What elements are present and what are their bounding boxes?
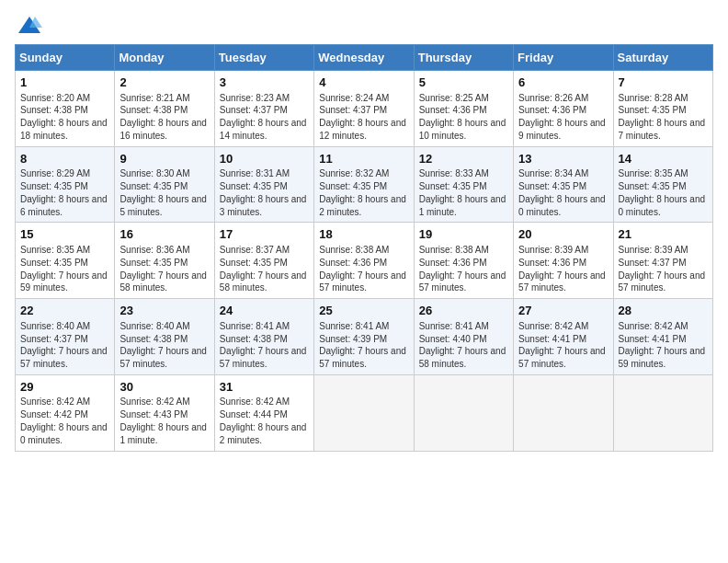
day-number: 26 (419, 303, 508, 319)
day-info: Sunrise: 8:42 AMSunset: 4:43 PMDaylight:… (119, 396, 209, 446)
calendar-cell (414, 374, 513, 451)
day-info: Sunrise: 8:42 AMSunset: 4:44 PMDaylight:… (220, 396, 309, 446)
calendar-cell: 19Sunrise: 8:38 AMSunset: 4:36 PMDayligh… (414, 223, 513, 299)
calendar-cell: 21Sunrise: 8:39 AMSunset: 4:37 PMDayligh… (613, 223, 712, 299)
weekday-header-wednesday: Wednesday (314, 45, 414, 71)
day-number: 1 (20, 75, 109, 91)
calendar-cell: 11Sunrise: 8:32 AMSunset: 4:35 PMDayligh… (314, 146, 414, 223)
calendar-table: SundayMondayTuesdayWednesdayThursdayFrid… (15, 44, 713, 452)
day-number: 24 (220, 303, 309, 319)
day-info: Sunrise: 8:40 AMSunset: 4:37 PMDaylight:… (20, 320, 109, 371)
day-info: Sunrise: 8:39 AMSunset: 4:37 PMDaylight:… (619, 244, 708, 294)
day-info: Sunrise: 8:28 AMSunset: 4:35 PMDaylight:… (619, 92, 708, 143)
day-number: 2 (119, 75, 209, 91)
calendar-cell: 4Sunrise: 8:24 AMSunset: 4:37 PMDaylight… (314, 71, 414, 147)
logo-icon (17, 15, 42, 35)
day-number: 16 (119, 226, 209, 243)
calendar-cell (514, 374, 613, 451)
day-number: 13 (518, 151, 608, 167)
day-info: Sunrise: 8:26 AMSunset: 4:36 PMDaylight:… (518, 92, 608, 143)
logo (15, 15, 42, 35)
day-number: 31 (220, 379, 309, 396)
calendar-cell: 18Sunrise: 8:38 AMSunset: 4:36 PMDayligh… (314, 223, 414, 299)
day-info: Sunrise: 8:31 AMSunset: 4:35 PMDaylight:… (220, 167, 309, 218)
calendar-cell: 2Sunrise: 8:21 AMSunset: 4:38 PMDaylight… (115, 71, 214, 147)
calendar-cell: 14Sunrise: 8:35 AMSunset: 4:35 PMDayligh… (613, 146, 712, 223)
day-info: Sunrise: 8:36 AMSunset: 4:35 PMDaylight:… (119, 244, 209, 294)
day-info: Sunrise: 8:35 AMSunset: 4:35 PMDaylight:… (20, 244, 109, 294)
weekday-header-saturday: Saturday (613, 45, 712, 71)
day-number: 27 (518, 303, 608, 319)
calendar-week-2: 8Sunrise: 8:29 AMSunset: 4:35 PMDaylight… (16, 146, 713, 223)
day-info: Sunrise: 8:30 AMSunset: 4:35 PMDaylight:… (119, 167, 209, 218)
day-number: 14 (619, 151, 708, 167)
day-info: Sunrise: 8:39 AMSunset: 4:36 PMDaylight:… (518, 244, 608, 294)
calendar-cell: 26Sunrise: 8:41 AMSunset: 4:40 PMDayligh… (414, 299, 513, 375)
day-info: Sunrise: 8:35 AMSunset: 4:35 PMDaylight:… (619, 167, 708, 218)
day-number: 5 (419, 75, 508, 91)
calendar-cell: 30Sunrise: 8:42 AMSunset: 4:43 PMDayligh… (115, 374, 214, 451)
day-number: 19 (419, 226, 508, 243)
calendar-cell: 31Sunrise: 8:42 AMSunset: 4:44 PMDayligh… (214, 374, 313, 451)
calendar-week-1: 1Sunrise: 8:20 AMSunset: 4:38 PMDaylight… (16, 71, 713, 147)
day-number: 23 (119, 303, 209, 319)
day-number: 18 (319, 226, 408, 243)
day-number: 8 (20, 151, 109, 167)
calendar-body: 1Sunrise: 8:20 AMSunset: 4:38 PMDaylight… (16, 71, 713, 452)
day-number: 25 (319, 303, 408, 319)
calendar-cell: 27Sunrise: 8:42 AMSunset: 4:41 PMDayligh… (514, 299, 613, 375)
day-info: Sunrise: 8:41 AMSunset: 4:38 PMDaylight:… (220, 320, 309, 371)
header (15, 15, 713, 35)
day-info: Sunrise: 8:41 AMSunset: 4:40 PMDaylight:… (419, 320, 508, 371)
calendar-cell: 12Sunrise: 8:33 AMSunset: 4:35 PMDayligh… (414, 146, 513, 223)
calendar-cell: 28Sunrise: 8:42 AMSunset: 4:41 PMDayligh… (613, 299, 712, 375)
day-info: Sunrise: 8:33 AMSunset: 4:35 PMDaylight:… (419, 167, 508, 218)
day-info: Sunrise: 8:42 AMSunset: 4:42 PMDaylight:… (20, 396, 109, 446)
day-info: Sunrise: 8:38 AMSunset: 4:36 PMDaylight:… (419, 244, 508, 294)
day-info: Sunrise: 8:41 AMSunset: 4:39 PMDaylight:… (319, 320, 408, 371)
day-number: 17 (220, 226, 309, 243)
calendar-cell: 13Sunrise: 8:34 AMSunset: 4:35 PMDayligh… (514, 146, 613, 223)
day-info: Sunrise: 8:24 AMSunset: 4:37 PMDaylight:… (319, 92, 408, 143)
day-number: 29 (20, 379, 109, 396)
day-number: 15 (20, 226, 109, 243)
day-number: 28 (619, 303, 708, 319)
weekday-header-friday: Friday (514, 45, 613, 71)
calendar-cell: 9Sunrise: 8:30 AMSunset: 4:35 PMDaylight… (115, 146, 214, 223)
calendar-week-5: 29Sunrise: 8:42 AMSunset: 4:42 PMDayligh… (16, 374, 713, 451)
day-number: 20 (518, 226, 608, 243)
day-info: Sunrise: 8:21 AMSunset: 4:38 PMDaylight:… (119, 92, 209, 143)
calendar-cell: 7Sunrise: 8:28 AMSunset: 4:35 PMDaylight… (613, 71, 712, 147)
day-number: 6 (518, 75, 608, 91)
weekday-header-sunday: Sunday (16, 45, 115, 71)
day-number: 12 (419, 151, 508, 167)
weekday-header-row: SundayMondayTuesdayWednesdayThursdayFrid… (16, 45, 713, 71)
calendar-cell: 15Sunrise: 8:35 AMSunset: 4:35 PMDayligh… (16, 223, 115, 299)
day-info: Sunrise: 8:23 AMSunset: 4:37 PMDaylight:… (220, 92, 309, 143)
day-number: 7 (619, 75, 708, 91)
day-number: 4 (319, 75, 408, 91)
weekday-header-monday: Monday (115, 45, 214, 71)
calendar-week-3: 15Sunrise: 8:35 AMSunset: 4:35 PMDayligh… (16, 223, 713, 299)
day-info: Sunrise: 8:34 AMSunset: 4:35 PMDaylight:… (518, 167, 608, 218)
calendar-cell: 20Sunrise: 8:39 AMSunset: 4:36 PMDayligh… (514, 223, 613, 299)
day-number: 10 (220, 151, 309, 167)
calendar-cell: 22Sunrise: 8:40 AMSunset: 4:37 PMDayligh… (16, 299, 115, 375)
calendar-cell: 10Sunrise: 8:31 AMSunset: 4:35 PMDayligh… (214, 146, 313, 223)
day-number: 22 (20, 303, 109, 319)
calendar-cell: 3Sunrise: 8:23 AMSunset: 4:37 PMDaylight… (214, 71, 313, 147)
calendar-cell: 17Sunrise: 8:37 AMSunset: 4:35 PMDayligh… (214, 223, 313, 299)
day-info: Sunrise: 8:37 AMSunset: 4:35 PMDaylight:… (220, 244, 309, 294)
calendar-cell: 8Sunrise: 8:29 AMSunset: 4:35 PMDaylight… (16, 146, 115, 223)
day-info: Sunrise: 8:29 AMSunset: 4:35 PMDaylight:… (20, 167, 109, 218)
day-number: 21 (619, 226, 708, 243)
day-info: Sunrise: 8:42 AMSunset: 4:41 PMDaylight:… (518, 320, 608, 371)
weekday-header-tuesday: Tuesday (214, 45, 313, 71)
day-info: Sunrise: 8:42 AMSunset: 4:41 PMDaylight:… (619, 320, 708, 371)
calendar-cell: 29Sunrise: 8:42 AMSunset: 4:42 PMDayligh… (16, 374, 115, 451)
calendar-cell: 24Sunrise: 8:41 AMSunset: 4:38 PMDayligh… (214, 299, 313, 375)
calendar-week-4: 22Sunrise: 8:40 AMSunset: 4:37 PMDayligh… (16, 299, 713, 375)
calendar-cell: 25Sunrise: 8:41 AMSunset: 4:39 PMDayligh… (314, 299, 414, 375)
calendar-cell: 23Sunrise: 8:40 AMSunset: 4:38 PMDayligh… (115, 299, 214, 375)
calendar-cell: 5Sunrise: 8:25 AMSunset: 4:36 PMDaylight… (414, 71, 513, 147)
